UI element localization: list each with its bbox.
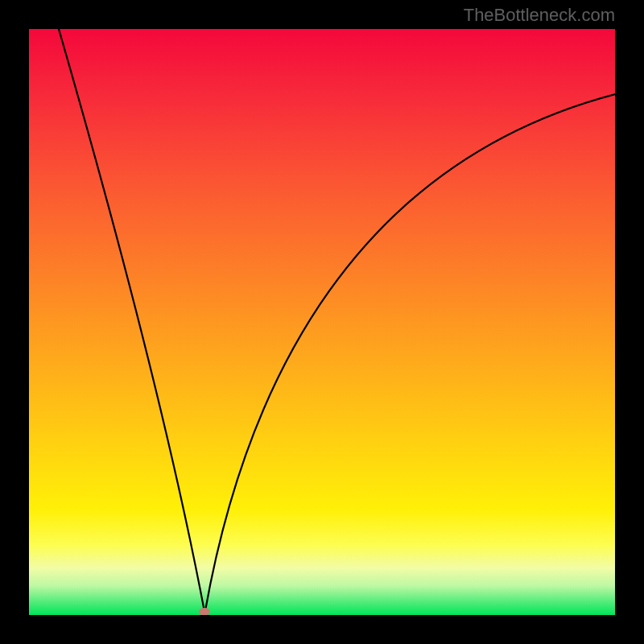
- chart-frame: TheBottleneck.com: [0, 0, 644, 644]
- plot-area: [29, 29, 615, 615]
- watermark-text: TheBottleneck.com: [464, 5, 615, 26]
- bottleneck-curve: [29, 29, 615, 615]
- curve-minimum-marker: [199, 608, 210, 615]
